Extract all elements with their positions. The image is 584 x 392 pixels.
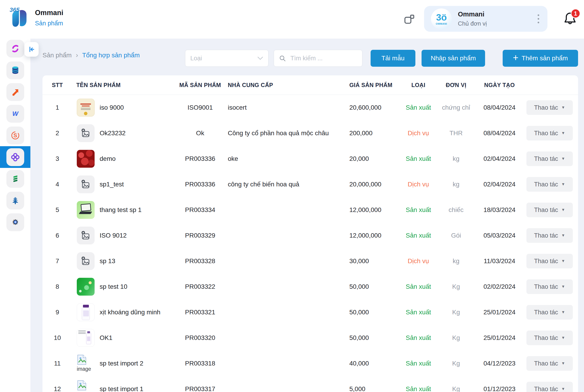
breadcrumb-separator-icon: › bbox=[76, 51, 78, 59]
product-unit: Kg bbox=[434, 308, 478, 316]
row-actions-button[interactable]: Thao tác ▼ bbox=[526, 280, 573, 294]
avatar: 3ö OMMANI bbox=[431, 8, 452, 30]
product-type-badge: Sản xuất bbox=[402, 334, 434, 342]
table-row: 5 thang test sp 1 PR003334 12,000,000 Sả… bbox=[42, 197, 578, 223]
product-type-badge: Sản xuất bbox=[402, 283, 434, 290]
breadcrumb-parent[interactable]: Sản phẩm bbox=[42, 52, 72, 59]
type-filter-select[interactable]: Loại bbox=[185, 50, 268, 67]
row-actions-button[interactable]: Thao tác ▼ bbox=[526, 356, 573, 371]
table-row: 9 xịt khoáng dũng minh PR003321 50,000 S… bbox=[42, 300, 578, 325]
row-actions-button[interactable]: Thao tác ▼ bbox=[526, 100, 573, 115]
product-name: sp test import 2 bbox=[100, 360, 178, 367]
created-date: 01/12/2023 bbox=[478, 386, 521, 392]
created-date: 05/03/2024 bbox=[478, 232, 521, 239]
app-sidebar: WS⚙ bbox=[0, 38, 30, 392]
search-icon bbox=[278, 54, 286, 62]
download-template-button[interactable]: Tải mẫu bbox=[370, 50, 416, 67]
created-date: 25/01/2024 bbox=[478, 308, 521, 316]
row-actions-button[interactable]: Thao tác ▼ bbox=[526, 177, 573, 192]
database-icon bbox=[6, 62, 24, 79]
row-actions-button[interactable]: Thao tác ▼ bbox=[526, 305, 573, 320]
row-actions-button[interactable]: Thao tác ▼ bbox=[526, 382, 573, 392]
notification-badge: 1 bbox=[571, 9, 580, 18]
add-product-button[interactable]: + Thêm sản phẩm bbox=[503, 50, 578, 67]
row-index: 2 bbox=[42, 130, 72, 137]
product-thumbnail bbox=[77, 278, 94, 296]
table-row: 11 image sp test import 2 PR003318 40,00… bbox=[42, 351, 578, 376]
broken-image-icon bbox=[77, 380, 86, 391]
sidebar-item-database[interactable] bbox=[0, 60, 30, 81]
table-row: 10 OK1 PR003320 50,000 Sản xuất Kg 25/01… bbox=[42, 325, 578, 351]
product-type-badge: Dịch vụ bbox=[402, 130, 434, 137]
app-module-link[interactable]: Sản phẩm bbox=[35, 20, 63, 27]
search-input[interactable] bbox=[290, 54, 358, 62]
product-name: sp 13 bbox=[100, 258, 178, 265]
product-price: 20,000,000 bbox=[348, 181, 402, 188]
column-header-code: MÃ SẢN PHẨM bbox=[178, 82, 222, 88]
pine-tree-icon bbox=[6, 192, 24, 210]
row-actions-button[interactable]: Thao tác ▼ bbox=[526, 202, 573, 217]
product-code: ISO9001 bbox=[178, 104, 222, 111]
product-code: Ok bbox=[178, 130, 222, 137]
breadcrumb: Sản phẩm › Tổng hợp sản phẩm bbox=[42, 52, 140, 59]
notifications-bell-button[interactable]: 1 bbox=[562, 10, 579, 28]
product-unit: chiếc bbox=[434, 206, 478, 214]
product-unit: kg bbox=[434, 181, 478, 188]
sidebar-item-analytics[interactable] bbox=[0, 81, 30, 103]
broken-image-icon bbox=[77, 354, 86, 365]
row-actions-button[interactable]: Thao tác ▼ bbox=[526, 228, 573, 243]
row-index: 8 bbox=[42, 283, 72, 290]
product-supplier: Công ty cổ phần hoa quả mộc châu bbox=[222, 130, 348, 137]
product-thumbnail bbox=[77, 303, 94, 321]
product-code: PR003317 bbox=[178, 386, 222, 392]
sidebar-item-settings[interactable]: ⚙ bbox=[0, 211, 30, 233]
chevron-down-icon: ▼ bbox=[562, 361, 565, 366]
row-index: 7 bbox=[42, 258, 72, 265]
product-thumbnail bbox=[77, 226, 94, 244]
product-price: 200,000 bbox=[348, 130, 402, 137]
sidebar-item-forest[interactable] bbox=[0, 190, 30, 211]
w-letter-icon: W bbox=[6, 105, 24, 123]
row-actions-button[interactable]: Thao tác ▼ bbox=[526, 126, 573, 140]
table-row: 2 Ok23232 Ok Công ty cổ phần hoa quả mộc… bbox=[42, 120, 578, 146]
type-filter-placeholder: Loại bbox=[190, 55, 257, 62]
product-thumbnail bbox=[77, 201, 94, 219]
chevron-down-icon: ▼ bbox=[562, 387, 565, 391]
account-role: Chủ đơn vị bbox=[458, 20, 487, 27]
product-price: 50,000 bbox=[348, 334, 402, 342]
table-row: 8 sp test 10 PR003322 50,000 Sản xuất Kg… bbox=[42, 274, 578, 300]
product-price: 50,000 bbox=[348, 308, 402, 316]
import-products-button[interactable]: Nhập sản phẩm bbox=[422, 50, 485, 67]
row-index: 9 bbox=[42, 308, 72, 316]
product-code: PR003328 bbox=[178, 258, 222, 265]
sidebar-item-leaves[interactable] bbox=[0, 168, 30, 190]
chevron-down-icon: ▼ bbox=[562, 259, 565, 264]
chevron-down-icon: ▼ bbox=[562, 131, 565, 136]
product-name: iso 9000 bbox=[100, 104, 178, 111]
kebab-menu-icon[interactable] bbox=[536, 13, 540, 25]
product-price: 30,000 bbox=[348, 258, 402, 265]
apps-grid-button[interactable] bbox=[402, 12, 416, 26]
created-date: 02/04/2024 bbox=[478, 181, 521, 188]
row-index: 12 bbox=[42, 386, 72, 392]
breadcrumb-current: Tổng hợp sản phẩm bbox=[82, 52, 140, 59]
sidebar-item-products[interactable] bbox=[0, 146, 30, 168]
chevron-down-icon bbox=[257, 56, 263, 60]
sidebar-collapse-button[interactable] bbox=[24, 42, 38, 57]
chevron-down-icon: ▼ bbox=[562, 284, 565, 289]
column-header-date: NGÀY TẠO bbox=[478, 82, 521, 88]
product-price: 12,000,000 bbox=[348, 206, 402, 214]
product-thumbnail bbox=[77, 150, 94, 168]
collapse-left-icon bbox=[28, 45, 36, 54]
sidebar-item-workspace[interactable]: W bbox=[0, 103, 30, 124]
product-code: PR003329 bbox=[178, 232, 222, 239]
product-name: sp test 10 bbox=[100, 283, 178, 290]
account-menu[interactable]: 3ö OMMANI Ommani Chủ đơn vị bbox=[424, 6, 548, 32]
product-unit: kg bbox=[434, 258, 478, 265]
created-date: 11/03/2024 bbox=[478, 258, 521, 265]
row-actions-button[interactable]: Thao tác ▼ bbox=[526, 254, 573, 268]
row-actions-button[interactable]: Thao tác ▼ bbox=[526, 330, 573, 345]
product-code: PR003322 bbox=[178, 283, 222, 290]
row-actions-button[interactable]: Thao tác ▼ bbox=[526, 152, 573, 166]
sidebar-item-s-app[interactable]: S bbox=[0, 124, 30, 146]
